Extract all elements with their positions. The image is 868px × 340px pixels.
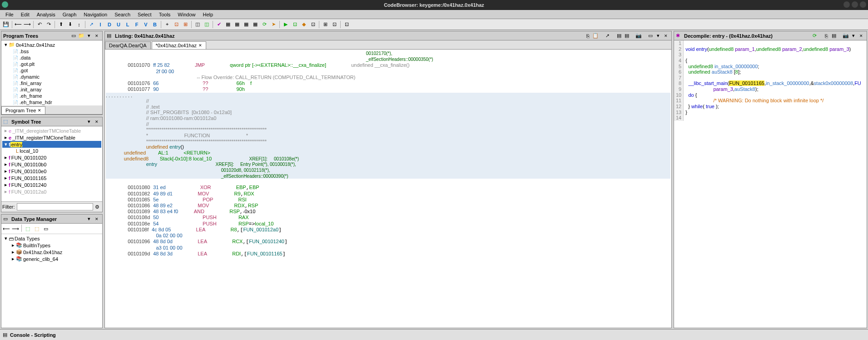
dtm-back-button[interactable]: ⟵ bbox=[2, 225, 10, 233]
nav-prev-button[interactable]: ⬆ bbox=[57, 20, 65, 29]
program-tree-tab[interactable]: Program Tree✕ bbox=[1, 106, 45, 114]
type-f-button[interactable]: F bbox=[133, 20, 141, 29]
redo-button[interactable]: ↷ bbox=[45, 20, 53, 29]
grid3-button[interactable]: ▦ bbox=[242, 20, 250, 29]
setting1-button[interactable]: ⊞ bbox=[321, 20, 329, 29]
type-b-button[interactable]: B bbox=[151, 20, 159, 29]
list-view-button[interactable]: ▭ bbox=[647, 32, 654, 40]
option1-button[interactable]: ⊡ bbox=[172, 20, 180, 29]
menu-graph[interactable]: Graph bbox=[59, 12, 80, 17]
pt-btn1[interactable]: ▭ bbox=[70, 32, 77, 40]
list-toggle2-button[interactable]: ▤ bbox=[623, 32, 630, 40]
refresh-button[interactable]: ⟳ bbox=[260, 20, 268, 29]
type-i-button[interactable]: I bbox=[96, 20, 104, 29]
pt-section[interactable]: .got bbox=[2, 67, 101, 74]
menu-help[interactable]: Help bbox=[199, 12, 217, 17]
run-button[interactable]: ▶ bbox=[282, 20, 290, 29]
dtm-item[interactable]: ▸📚generic_clib_64 bbox=[2, 255, 101, 262]
grid4-button[interactable]: ▦ bbox=[251, 20, 259, 29]
option2-button[interactable]: ⊞ bbox=[181, 20, 189, 29]
close-button[interactable] bbox=[860, 1, 866, 8]
nav-next-button[interactable]: ⬇ bbox=[66, 20, 74, 29]
dtm-item[interactable]: ▸📦0x41haz.0x41haz bbox=[2, 249, 101, 255]
stop-button[interactable]: ◆ bbox=[300, 20, 308, 29]
decompile-view[interactable]: 1 2 3 4 5 6 7 8 9 10 11 12 13 14 void en… bbox=[674, 40, 867, 121]
save-button[interactable]: 💾 bbox=[2, 20, 10, 29]
list-close-button[interactable] bbox=[662, 32, 670, 40]
dtm-item[interactable]: ▸📚BuiltInTypes bbox=[2, 242, 101, 249]
dtm-root[interactable]: ▾🗃Data Types bbox=[2, 235, 101, 242]
pt-section[interactable]: .fini_array bbox=[2, 80, 101, 86]
type-d-button[interactable]: D bbox=[105, 20, 114, 29]
halt-button[interactable]: ⊡ bbox=[309, 20, 317, 29]
list-camera-button[interactable]: 📷 bbox=[635, 32, 642, 40]
symbol-item[interactable]: ▸fFUN_001010e0 bbox=[2, 168, 101, 175]
maximize-button[interactable] bbox=[852, 1, 858, 8]
grid1-button[interactable]: ▦ bbox=[224, 20, 232, 29]
pt-menu-button[interactable]: ▾ bbox=[85, 32, 93, 40]
dec-close-button[interactable] bbox=[858, 32, 865, 40]
pt-btn2[interactable]: 📁 bbox=[78, 32, 85, 40]
symbol-item[interactable]: ▸e_ITM_registerTMCloneTable bbox=[2, 134, 101, 141]
dtm-filter1-button[interactable]: ⬚ bbox=[24, 225, 32, 233]
close-icon[interactable]: ✕ bbox=[198, 43, 202, 48]
arrow-right-button[interactable]: ➤ bbox=[269, 20, 278, 29]
symbol-item[interactable]: ▸fFUN_00101165 bbox=[2, 175, 101, 181]
pointer-button[interactable]: ➚ bbox=[87, 20, 95, 29]
list-cursor-button[interactable]: ➚ bbox=[604, 32, 611, 40]
list-menu-button[interactable]: ▾ bbox=[655, 32, 662, 40]
menu-analysis[interactable]: Analysis bbox=[33, 12, 59, 17]
symbol-item-local[interactable]: Llocal_10 bbox=[2, 148, 101, 154]
menu-tools[interactable]: Tools bbox=[155, 12, 174, 17]
dtm-filter2-button[interactable]: ⬚ bbox=[33, 225, 41, 233]
pt-section[interactable]: .dynamic bbox=[2, 74, 101, 80]
close-icon[interactable]: ✕ bbox=[38, 108, 41, 113]
menu-edit[interactable]: Edit bbox=[17, 12, 33, 17]
highlight-button[interactable]: ◫ bbox=[193, 20, 202, 29]
dec-refresh-button[interactable]: ⟳ bbox=[811, 32, 818, 40]
symbol-item[interactable]: ▸e_ITM_deregisterTMCloneTable bbox=[2, 127, 101, 134]
menu-search[interactable]: Search bbox=[111, 12, 134, 17]
pt-section[interactable]: .bss bbox=[2, 48, 101, 55]
listing-view[interactable]: 00102170(*), _elfSectionHeaders::0000035… bbox=[105, 50, 671, 258]
pt-root[interactable]: ▾ 0x41haz.0x41haz bbox=[2, 41, 101, 48]
st-close-button[interactable] bbox=[93, 118, 100, 125]
undo-button[interactable]: ↶ bbox=[35, 20, 44, 29]
dec-export-button[interactable]: ▤ bbox=[830, 32, 838, 40]
extra-button[interactable]: ⊡ bbox=[342, 20, 351, 29]
dtm-collapse-button[interactable]: ▭ bbox=[42, 225, 50, 233]
filter-settings-button[interactable]: ⚙ bbox=[93, 203, 101, 211]
menu-file[interactable]: File bbox=[2, 12, 17, 17]
pt-section[interactable]: .eh_frame bbox=[2, 93, 101, 99]
minimize-button[interactable] bbox=[843, 1, 850, 8]
dtm-menu-button[interactable]: ▾ bbox=[85, 215, 93, 223]
pt-section[interactable]: .eh_frame_hdr bbox=[2, 99, 101, 105]
pt-section[interactable]: .init_array bbox=[2, 86, 101, 93]
st-menu-button[interactable]: ▾ bbox=[85, 118, 93, 125]
symbol-item[interactable]: ▸fFUN_00101020 bbox=[2, 154, 101, 161]
symbol-item[interactable]: ▸fFUN_001010b0 bbox=[2, 161, 101, 168]
dec-menu-button[interactable]: ▾ bbox=[850, 32, 857, 40]
menu-select[interactable]: Select bbox=[134, 12, 155, 17]
symbol-item[interactable]: ▸fFUN_001012a0 bbox=[2, 188, 101, 195]
pt-section[interactable]: .got.plt bbox=[2, 61, 101, 67]
menu-navigation[interactable]: Navigation bbox=[80, 12, 111, 17]
type-l-button[interactable]: L bbox=[124, 20, 132, 29]
grid2-button[interactable]: ▦ bbox=[233, 20, 241, 29]
listing-tab-active[interactable]: *0x41haz.0x41haz✕ bbox=[152, 41, 207, 49]
nav-up-button[interactable]: ↕ bbox=[75, 20, 83, 29]
dec-camera-button[interactable]: 📷 bbox=[842, 32, 849, 40]
highlight2-button[interactable]: ◫ bbox=[203, 20, 211, 29]
back-button[interactable]: ⟵ bbox=[14, 20, 22, 29]
type-v-button[interactable]: V bbox=[142, 20, 150, 29]
dec-copy-button[interactable]: ⎘ bbox=[823, 32, 830, 40]
pt-section[interactable]: .data bbox=[2, 55, 101, 61]
dtm-fwd-button[interactable]: ⟶ bbox=[11, 225, 20, 233]
symbol-item[interactable]: ▸fFUN_00101240 bbox=[2, 181, 101, 188]
listing-tab[interactable]: DearQA.DearQA bbox=[105, 41, 151, 49]
filter-input[interactable] bbox=[17, 203, 94, 210]
list-paste-button[interactable]: 📋 bbox=[592, 32, 599, 40]
list-toggle1-button[interactable]: ▤ bbox=[615, 32, 623, 40]
check-button[interactable]: ✔ bbox=[215, 20, 223, 29]
pt-close-button[interactable] bbox=[93, 32, 100, 40]
